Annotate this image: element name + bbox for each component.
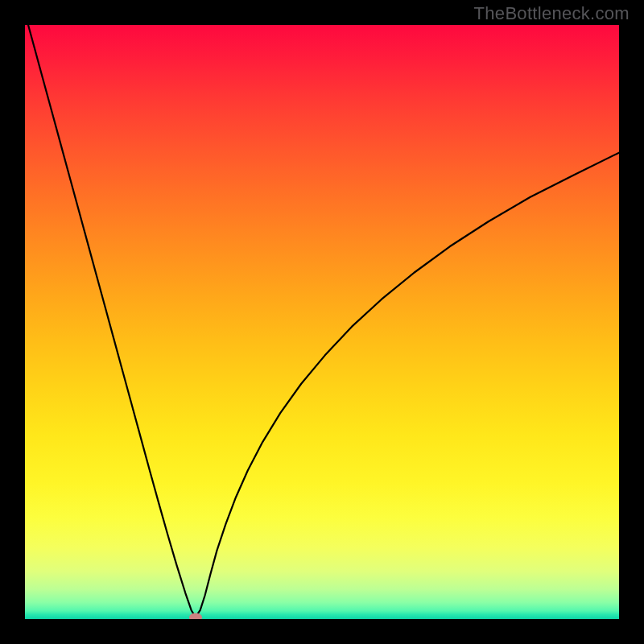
bottleneck-curve	[25, 25, 619, 619]
chart-frame: TheBottleneck.com	[0, 0, 644, 644]
watermark-text: TheBottleneck.com	[474, 3, 630, 24]
bottleneck-marker	[189, 613, 202, 619]
plot-area	[25, 25, 619, 619]
